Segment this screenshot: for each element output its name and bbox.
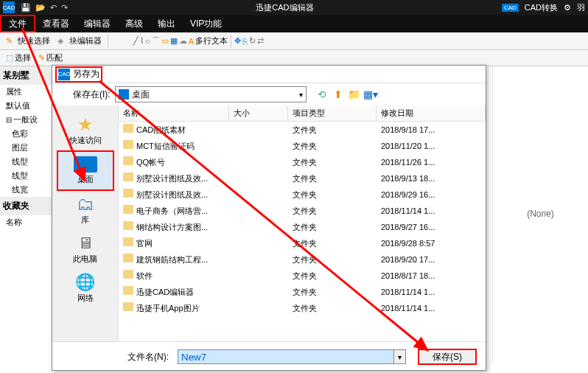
library-icon: 🗂 — [74, 195, 97, 213]
cad-badge: CAD — [502, 4, 519, 12]
col-name[interactable]: 名称 — [119, 105, 229, 121]
lineweight-row[interactable]: 线宽 — [0, 183, 52, 197]
move-icon[interactable]: ✥ — [234, 36, 241, 46]
menu-advanced[interactable]: 高级 — [118, 15, 150, 32]
folder-icon — [123, 286, 133, 295]
block-editor-button[interactable]: ◈块编辑器 — [55, 34, 105, 49]
default-row[interactable]: 默认值 — [0, 99, 52, 113]
cad-convert-button[interactable]: CAD转换 — [525, 2, 558, 13]
place-libraries[interactable]: 🗂 库 — [57, 191, 114, 230]
dialog-bottom: 文件名(N): ▾ 保存(S) — [52, 341, 486, 372]
preview-panel: (None) — [492, 66, 588, 361]
up-icon[interactable]: ⬆ — [332, 88, 345, 101]
save-icon[interactable]: 💾 — [21, 3, 31, 13]
convert-icon[interactable]: ⚙ — [564, 3, 571, 13]
arc-icon[interactable]: ⌒ — [152, 35, 160, 46]
props-row[interactable]: 属性 — [0, 85, 52, 99]
chevron-down-icon[interactable]: ▾ — [299, 91, 303, 99]
folder-icon — [123, 270, 133, 279]
file-list: 名称 大小 项目类型 修改日期 CAD图纸素材文件夹2018/9/18 17..… — [119, 105, 486, 341]
new-folder-icon[interactable]: 📁 — [348, 88, 361, 101]
linetype2-row[interactable]: 线型 — [0, 169, 52, 183]
dialog-icon: CAD — [58, 69, 70, 80]
menu-editor[interactable]: 编辑器 — [77, 15, 118, 32]
filename-input[interactable] — [178, 349, 394, 364]
file-row[interactable]: 软件文件夹2018/8/17 18... — [119, 268, 486, 284]
cloud-icon[interactable]: ☁ — [179, 36, 187, 46]
col-date[interactable]: 修改日期 — [377, 105, 486, 121]
place-network[interactable]: 🌐 网络 — [57, 269, 114, 308]
toolbar-secondary: ⬚选择 ✎匹配 — [0, 50, 588, 66]
file-row[interactable]: MCT短信验证码文件夹2018/11/20 1... — [119, 138, 486, 154]
menu-output[interactable]: 输出 — [150, 15, 183, 32]
save-in-label: 保存在(I): — [58, 88, 111, 101]
folder-icon — [123, 189, 133, 198]
mirror-icon[interactable]: ⇄ — [257, 36, 264, 46]
file-row[interactable]: QQ帐号文件夹2018/11/26 1... — [119, 154, 486, 170]
folder-icon — [123, 237, 133, 246]
col-size[interactable]: 大小 — [229, 105, 288, 121]
save-button[interactable]: 保存(S) — [418, 349, 477, 365]
folder-icon — [123, 156, 133, 165]
folder-icon — [123, 124, 133, 133]
circle-icon[interactable]: ○ — [145, 37, 150, 46]
text-icon[interactable]: A — [189, 37, 194, 46]
file-list-body[interactable]: CAD图纸素材文件夹2018/9/18 17...MCT短信验证码文件夹2018… — [119, 122, 486, 335]
place-quick-access[interactable]: ★ 快速访问 — [57, 111, 114, 150]
file-row[interactable]: 钢结构设计方案图...文件夹2018/9/27 16... — [119, 219, 486, 235]
place-desktop[interactable]: 桌面 — [57, 150, 114, 191]
folder-icon — [123, 140, 133, 149]
file-row[interactable]: 迅捷手机App图片文件夹2018/11/14 1... — [119, 300, 486, 316]
preview-none: (None) — [527, 209, 554, 219]
user-label: 羽 — [577, 2, 585, 13]
quick-select-button[interactable]: ✎快速选择 — [3, 34, 53, 49]
folder-icon — [123, 205, 133, 214]
back-icon[interactable]: ⟲ — [315, 88, 329, 101]
left-category: 某别墅 — [0, 66, 52, 85]
file-row[interactable]: CAD图纸素材文件夹2018/9/18 17... — [119, 122, 486, 138]
color-row[interactable]: 色彩 — [0, 127, 52, 141]
menu-vip[interactable]: VIP功能 — [183, 15, 229, 32]
save-in-combo[interactable]: 桌面 ▾ — [115, 86, 307, 102]
layer-row[interactable]: 图层 — [0, 141, 52, 155]
folder-icon — [123, 221, 133, 230]
file-row[interactable]: 电子商务（网络营...文件夹2018/11/14 1... — [119, 203, 486, 219]
redo-icon[interactable]: ↷ — [61, 3, 68, 13]
menubar: 文件 查看器 编辑器 高级 输出 VIP功能 — [0, 15, 588, 32]
line-icon[interactable]: ╱ — [133, 36, 139, 46]
rect-icon[interactable]: ▭ — [161, 36, 169, 46]
hatch-icon[interactable]: ▦ — [170, 36, 178, 46]
general-row[interactable]: ⊟一般设 — [0, 113, 52, 127]
file-row[interactable]: 迅捷CAD编辑器文件夹2018/11/14 1... — [119, 284, 486, 300]
undo-icon[interactable]: ↶ — [50, 3, 57, 13]
app-title: 迅捷CAD编辑器 — [68, 2, 502, 13]
star-icon: ★ — [74, 116, 97, 133]
filename-dropdown-icon[interactable]: ▾ — [394, 349, 406, 364]
folder-icon — [123, 302, 133, 311]
place-this-pc[interactable]: 🖥 此电脑 — [57, 230, 114, 269]
file-row[interactable]: 别墅设计图纸及效...文件夹2018/9/29 16... — [119, 186, 486, 203]
menu-viewer[interactable]: 查看器 — [35, 15, 77, 32]
menu-file[interactable]: 文件 — [0, 15, 35, 32]
multiline-text-button[interactable]: 多行文本 — [195, 35, 228, 46]
select-button[interactable]: ⬚选择 — [3, 51, 34, 66]
left-sidebar: 某别墅 属性 默认值 ⊟一般设 色彩 图层 线型 线型 线宽 收藏夹 名称 — [0, 66, 52, 229]
name-row[interactable]: 名称 — [0, 215, 52, 229]
desktop-icon — [74, 156, 97, 172]
polyline-icon[interactable]: ⌇ — [140, 36, 144, 46]
match-button[interactable]: ✎匹配 — [35, 51, 66, 66]
file-row[interactable]: 建筑钢筋结构工程...文件夹2018/9/20 17... — [119, 251, 486, 268]
save-as-dialog: CAD 另存为 保存在(I): 桌面 ▾ ⟲ ⬆ 📁 ▦▾ ★ 快速访问 桌面 — [52, 65, 486, 371]
views-icon[interactable]: ▦▾ — [364, 88, 377, 101]
file-row[interactable]: 官网文件夹2018/9/28 8:57 — [119, 235, 486, 251]
col-type[interactable]: 项目类型 — [288, 105, 377, 121]
dialog-toolbar: 保存在(I): 桌面 ▾ ⟲ ⬆ 📁 ▦▾ — [52, 83, 486, 105]
desktop-icon — [119, 89, 129, 100]
open-icon[interactable]: 📂 — [35, 3, 46, 13]
rotate-icon[interactable]: ↻ — [249, 36, 256, 46]
copy-icon[interactable]: ⎘ — [242, 37, 248, 46]
places-bar: ★ 快速访问 桌面 🗂 库 🖥 此电脑 🌐 网络 — [52, 105, 119, 341]
quick-access-toolbar: 💾 📂 ↶ ↷ — [21, 3, 68, 13]
file-row[interactable]: 别墅设计图纸及效...文件夹2018/9/13 18... — [119, 170, 486, 186]
linetype-row[interactable]: 线型 — [0, 155, 52, 169]
